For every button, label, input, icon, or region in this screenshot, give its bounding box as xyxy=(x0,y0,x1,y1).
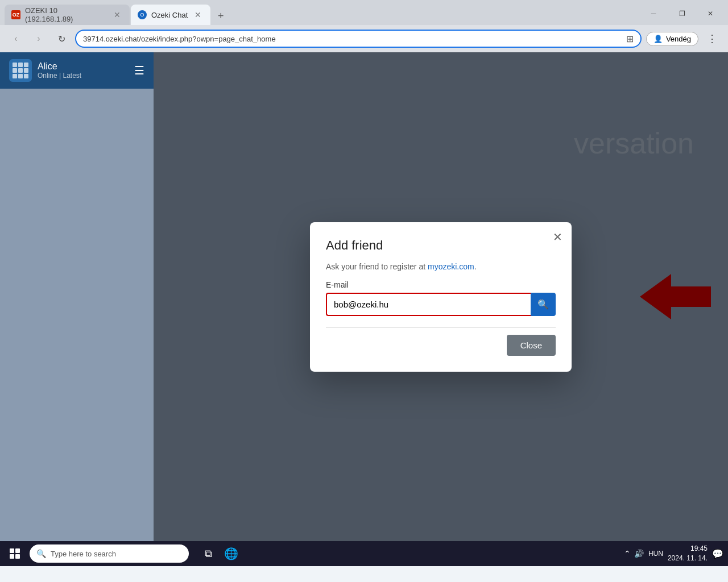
tab-bar: OZ OZEKI 10 (192.168.1.89) ✕ O Ozeki Cha… xyxy=(0,0,728,25)
taskbar-search-placeholder: Type here to search xyxy=(51,550,116,558)
modal-title: Add friend xyxy=(326,238,556,253)
forward-button[interactable]: › xyxy=(30,30,48,48)
user-name: Alice xyxy=(38,61,129,72)
profile-button[interactable]: 👤 Vendég xyxy=(646,32,698,46)
browser-chrome: OZ OZEKI 10 (192.168.1.89) ✕ O Ozeki Cha… xyxy=(0,0,728,52)
ozeki-tab-favicon: OZ xyxy=(11,10,20,19)
maximize-button[interactable]: ❐ xyxy=(669,5,695,23)
sidebar-body xyxy=(0,89,154,541)
sidebar: Alice Online | Latest ☰ xyxy=(0,52,154,541)
minimize-button[interactable]: ─ xyxy=(640,5,667,23)
start-cell xyxy=(15,548,20,553)
taskbar-app-chrome[interactable]: 🌐 xyxy=(221,543,241,564)
sidebar-header: Alice Online | Latest ☰ xyxy=(0,52,154,89)
logo-cell xyxy=(13,63,17,67)
taskbar-app-multitasking[interactable]: ⧉ xyxy=(198,543,218,564)
taskbar-system-icons: ⌃ 🔊 xyxy=(624,549,644,558)
main-area: versation Add a friend to start chatting… xyxy=(154,52,728,541)
start-button[interactable] xyxy=(5,543,25,564)
taskbar-search-bar[interactable]: 🔍 Type here to search xyxy=(30,544,189,563)
taskbar-apps: ⧉ 🌐 xyxy=(198,543,241,564)
start-cell xyxy=(15,554,20,559)
logo-cell xyxy=(24,74,28,78)
modal-close-button[interactable]: ✕ xyxy=(553,230,562,244)
email-input-row: 🔍 xyxy=(326,293,556,316)
logo-cell xyxy=(24,63,28,67)
new-tab-button[interactable]: + xyxy=(212,7,230,25)
taskbar-search-icon: 🔍 xyxy=(36,549,46,558)
logo-cell xyxy=(18,63,23,67)
close-button[interactable]: Close xyxy=(507,335,556,356)
network-icon: ⌃ xyxy=(624,549,631,558)
profile-icon: 👤 xyxy=(653,35,663,43)
start-cell xyxy=(10,554,14,559)
modal-description: Ask your friend to register at myozeki.c… xyxy=(326,262,556,271)
tab-ozeki-label: OZEKI 10 (192.168.1.89) xyxy=(25,6,107,23)
email-search-button[interactable]: 🔍 xyxy=(531,293,556,316)
window-controls: ─ ❐ ✕ xyxy=(640,5,723,25)
address-text: 39714.ozeki.chat/ozeki/index.php?owpn=pa… xyxy=(83,35,622,43)
user-status: Online | Latest xyxy=(38,72,129,80)
browser-menu-button[interactable]: ⋮ xyxy=(703,30,721,48)
back-button[interactable]: ‹ xyxy=(7,30,25,48)
chrome-icon: 🌐 xyxy=(224,547,238,560)
modal-overlay: Add friend ✕ Ask your friend to register… xyxy=(154,52,728,541)
taskbar-language: HUN xyxy=(648,550,663,558)
translate-icon[interactable]: ⊞ xyxy=(626,34,634,44)
taskbar-clock: 19:45 2024. 11. 14. xyxy=(668,544,708,563)
tab-ozeki-close[interactable]: ✕ xyxy=(111,9,123,20)
chat-tab-favicon: O xyxy=(138,10,147,19)
close-window-button[interactable]: ✕ xyxy=(697,5,723,23)
tab-chat[interactable]: O Ozeki Chat ✕ xyxy=(131,5,210,25)
refresh-button[interactable]: ↻ xyxy=(52,30,71,48)
multitasking-icon: ⧉ xyxy=(205,548,212,560)
profile-label: Vendég xyxy=(666,35,691,43)
start-cell xyxy=(10,548,14,553)
user-info: Alice Online | Latest xyxy=(38,61,129,80)
logo-cell xyxy=(24,68,28,73)
taskbar-right: ⌃ 🔊 HUN 19:45 2024. 11. 14. 💬 xyxy=(624,544,723,563)
modal-footer: Close xyxy=(326,327,556,356)
logo-cell xyxy=(13,68,17,73)
taskbar: 🔍 Type here to search ⧉ 🌐 ⌃ 🔊 HUN 19:45 … xyxy=(0,541,728,566)
volume-icon: 🔊 xyxy=(634,549,644,558)
app-logo xyxy=(9,59,32,82)
notification-icon[interactable]: 💬 xyxy=(712,548,723,559)
logo-cell xyxy=(18,68,23,73)
tab-ozeki[interactable]: OZ OZEKI 10 (192.168.1.89) ✕ xyxy=(5,5,130,25)
address-bar[interactable]: 39714.ozeki.chat/ozeki/index.php?owpn=pa… xyxy=(75,30,642,48)
myozeki-link[interactable]: myozeki.com xyxy=(428,262,474,271)
address-bar-row: ‹ › ↻ 39714.ozeki.chat/ozeki/index.php?o… xyxy=(0,25,728,52)
logo-cell xyxy=(13,74,17,78)
windows-icon xyxy=(10,548,20,559)
tab-chat-close[interactable]: ✕ xyxy=(192,9,204,20)
search-icon: 🔍 xyxy=(537,299,549,310)
hamburger-menu-button[interactable]: ☰ xyxy=(134,64,144,77)
add-friend-modal: Add friend ✕ Ask your friend to register… xyxy=(310,222,572,372)
app-area: Alice Online | Latest ☰ versation Add a … xyxy=(0,52,728,541)
email-input[interactable] xyxy=(326,293,531,316)
tab-chat-label: Ozeki Chat xyxy=(151,11,188,19)
email-label: E-mail xyxy=(326,280,556,289)
logo-cell xyxy=(18,74,23,78)
